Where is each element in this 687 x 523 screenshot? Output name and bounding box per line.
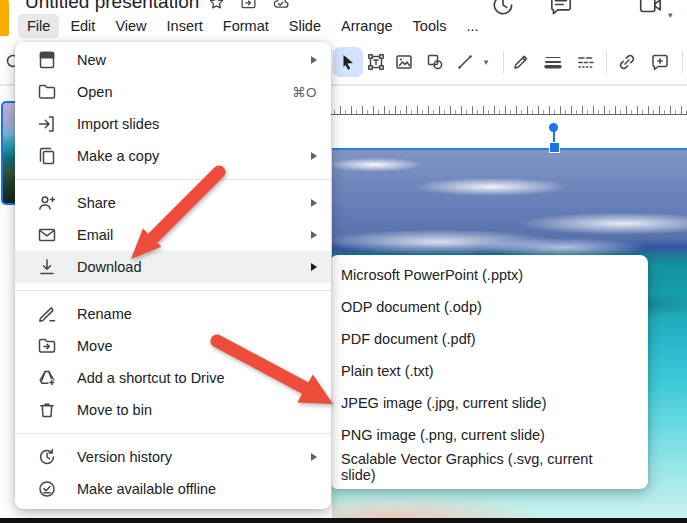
insert-image-icon[interactable] [391,49,417,75]
submenu-arrow-icon [311,231,317,239]
file-menu-item-make-available-offline[interactable]: Make available offline [15,473,331,505]
submenu-item-jpeg[interactable]: JPEG image (.jpg, current slide) [330,387,648,419]
document-status-cloud-icon[interactable] [272,0,289,11]
file-menu-item-download[interactable]: Download [15,251,331,283]
submenu-item-svg[interactable]: Scalable Vector Graphics (.svg, current … [330,451,648,483]
menu-overflow[interactable]: ... [457,14,487,38]
selection-border-top [332,148,687,150]
new-document-icon [37,50,57,70]
submenu-item-odp[interactable]: ODP document (.odp) [330,291,648,323]
submenu-arrow-icon [311,56,317,64]
star-icon[interactable] [208,0,225,11]
submenu-item-txt[interactable]: Plain text (.txt) [330,355,648,387]
submenu-arrow-icon [311,199,317,207]
slides-logo-icon[interactable] [0,0,9,36]
copy-icon [37,146,57,166]
menu-insert[interactable]: Insert [158,14,212,38]
file-menu-item-make-a-copy[interactable]: Make a copy [15,140,331,172]
submenu-arrow-icon [311,152,317,160]
line-dropdown-caret-icon[interactable]: ▾ [480,49,492,75]
meet-camera-icon[interactable] [638,0,664,18]
menu-edit[interactable]: Edit [61,14,104,38]
move-to-folder-icon[interactable] [240,0,257,11]
submenu-item-pptx[interactable]: Microsoft PowerPoint (.pptx) [330,259,648,291]
border-color-icon[interactable] [508,49,534,75]
toolbar-separator [503,51,504,73]
menu-view[interactable]: View [106,14,155,38]
google-slides-window: ▾ Untitled presentation [0,0,687,523]
file-menu-item-rename[interactable]: Rename [15,298,331,330]
menu-tools[interactable]: Tools [404,14,456,38]
menu-arrange[interactable]: Arrange [332,14,402,38]
download-submenu: Microsoft PowerPoint (.pptx) ODP documen… [330,255,648,489]
submenu-arrow-icon [311,263,317,271]
file-menu-item-version-history[interactable]: Version history [15,441,331,473]
trash-icon [37,400,57,420]
keyboard-shortcut: ⌘O [292,84,317,100]
offline-pin-icon [37,479,57,499]
version-history-icon[interactable] [490,0,516,18]
menu-bar: File Edit View Insert Format Slide Arran… [18,14,488,38]
toolbar-separator [606,51,607,73]
file-menu-item-move-to-bin[interactable]: Move to bin [15,394,331,426]
insert-link-icon[interactable] [614,49,640,75]
menu-separator [15,290,331,291]
email-envelope-icon [37,225,57,245]
submenu-arrow-icon [311,453,317,461]
file-menu-item-share[interactable]: Share [15,187,331,219]
submenu-item-png[interactable]: PNG image (.png, current slide) [330,419,648,451]
file-menu-item-new[interactable]: New [15,44,331,76]
file-menu-item-email[interactable]: Email [15,219,331,251]
rename-pencil-icon [37,304,57,324]
open-folder-icon [37,82,57,102]
menu-file[interactable]: File [18,14,59,38]
submenu-item-pdf[interactable]: PDF document (.pdf) [330,323,648,355]
menu-format[interactable]: Format [214,14,278,38]
screenshot-bottom-edge [0,518,687,523]
text-box-icon[interactable] [363,49,389,75]
document-title[interactable]: Untitled presentation [25,0,199,13]
meet-dropdown-caret-icon[interactable]: ▾ [668,4,673,22]
menu-separator [15,179,331,180]
border-weight-icon[interactable] [540,49,566,75]
file-menu: New Open ⌘O Import slides Make a copy Sh… [15,42,331,509]
horizontal-ruler [316,99,687,115]
menu-slide[interactable]: Slide [280,14,330,38]
border-dash-icon[interactable] [573,49,599,75]
drive-shortcut-icon [37,368,57,388]
insert-shape-icon[interactable] [422,49,448,75]
add-comment-icon[interactable] [647,49,673,75]
comments-icon[interactable] [548,0,574,18]
file-menu-item-open[interactable]: Open ⌘O [15,76,331,108]
rotate-handle-stem [553,131,555,142]
resize-handle-top[interactable] [549,142,560,153]
file-menu-item-import-slides[interactable]: Import slides [15,108,331,140]
file-menu-item-move[interactable]: Move [15,330,331,362]
menu-separator [15,433,331,434]
select-cursor-icon[interactable] [333,47,363,77]
file-menu-item-add-shortcut-to-drive[interactable]: Add a shortcut to Drive [15,362,331,394]
app-header: Untitled presentation ▾ File Edit View I… [0,0,687,40]
import-slides-icon [37,114,57,134]
share-person-add-icon [37,193,57,213]
move-folder-icon [37,336,57,356]
insert-line-icon[interactable] [452,49,478,75]
version-history-icon [37,447,57,467]
toolbar-separator [682,51,683,73]
download-icon [37,257,57,277]
